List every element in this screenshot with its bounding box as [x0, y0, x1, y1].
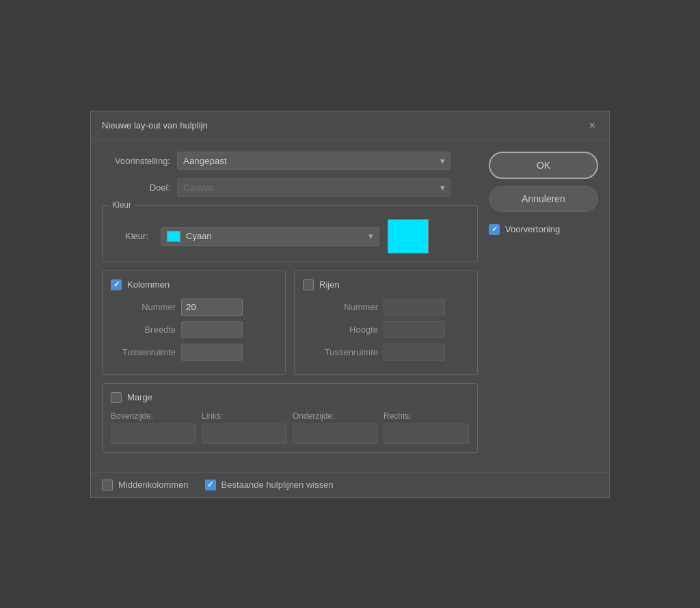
marge-links-field: Links: — [202, 411, 287, 444]
dialog: Nieuwe lay-out van hulplijn × Voorinstel… — [90, 111, 610, 498]
kleur-section: Kleur Kleur: Cyaan — [102, 205, 478, 262]
marge-bovenzijde-label: Bovenzijde: — [111, 411, 196, 421]
bestaande-checkbox[interactable] — [205, 480, 216, 490]
kolommen-breedte-input[interactable] — [181, 321, 243, 338]
marge-links-input[interactable] — [202, 424, 287, 444]
doel-label: Doel: — [102, 182, 170, 193]
rijen-nummer-input[interactable] — [383, 299, 445, 316]
middenkolommen-checkbox[interactable] — [102, 480, 113, 490]
kolommen-section: Kolommen Nummer Breedte Tussenruimte — [102, 271, 286, 375]
voorinstelling-label: Voorinstelling: — [102, 156, 170, 166]
kleur-label: Kleur: — [111, 231, 148, 241]
marge-links-label: Links: — [202, 411, 287, 421]
marge-rechts-label: Rechts: — [383, 411, 469, 421]
rijen-section: Rijen Nummer Hoogte Tussenruimte — [294, 271, 478, 375]
kolommen-tussenruimte-row: Tussenruimte — [111, 344, 277, 361]
dialog-title: Nieuwe lay-out van hulplijn — [102, 120, 208, 130]
right-panel: OK Annuleren Voorvertoning — [489, 152, 598, 461]
kolommen-breedte-row: Breedte — [111, 321, 277, 338]
dialog-body: Voorinstelling: Aangepast Doel: Canvas — [91, 141, 609, 472]
bottom-bar: Middenkolommen Bestaande hulplijnen wiss… — [91, 472, 609, 497]
doel-select[interactable]: Canvas — [177, 178, 450, 197]
rijen-tussenruimte-input[interactable] — [383, 344, 445, 361]
close-button[interactable]: × — [587, 120, 598, 132]
kolommen-nummer-input[interactable] — [181, 299, 243, 316]
marge-rechts-field: Rechts: — [383, 411, 469, 444]
rijen-hoogte-row: Hoogte — [303, 321, 469, 338]
doel-select-wrapper: Canvas — [177, 178, 450, 197]
kolommen-tussenruimte-label: Tussenruimte — [111, 347, 176, 357]
kleur-value: Cyaan — [186, 231, 212, 241]
marge-bovenzijde-input[interactable] — [111, 424, 196, 444]
kleur-swatch-large[interactable] — [388, 219, 429, 253]
kolommen-breedte-label: Breedte — [111, 324, 176, 335]
rijen-nummer-row: Nummer — [303, 299, 469, 316]
marge-onderzijde-field: Onderzijde: — [293, 411, 378, 444]
col-row-container: Kolommen Nummer Breedte Tussenruimte — [102, 271, 478, 375]
annuleren-button[interactable]: Annuleren — [489, 186, 598, 212]
kolommen-checkbox[interactable] — [111, 279, 122, 290]
kleur-dropdown[interactable]: Cyaan — [161, 227, 379, 246]
rijen-tussenruimte-label: Tussenruimte — [303, 347, 378, 357]
bestaande-text: Bestaande hulplijnen wissen — [221, 480, 334, 490]
marge-onderzijde-label: Onderzijde: — [293, 411, 378, 421]
voorinstelling-select[interactable]: Aangepast — [177, 152, 450, 170]
rijen-nummer-label: Nummer — [303, 302, 378, 312]
marge-checkbox[interactable] — [111, 392, 122, 403]
marge-onderzijde-input[interactable] — [293, 424, 378, 444]
voorvertoning-row: Voorvertoning — [489, 224, 598, 235]
marge-label: Marge — [127, 392, 152, 402]
kolommen-nummer-label: Nummer — [111, 302, 176, 312]
title-bar: Nieuwe lay-out van hulplijn × — [91, 111, 609, 141]
marge-rechts-input[interactable] — [383, 424, 469, 444]
kolommen-nummer-row: Nummer — [111, 299, 277, 316]
voorinstelling-row: Voorinstelling: Aangepast — [102, 152, 478, 170]
marge-bovenzijde-field: Bovenzijde: — [111, 411, 196, 444]
rijen-header: Rijen — [303, 279, 469, 290]
marge-section: Marge Bovenzijde: Links: Onderzijde: — [102, 383, 478, 453]
middenkolommen-label[interactable]: Middenkolommen — [102, 480, 189, 490]
marge-fields: Bovenzijde: Links: Onderzijde: Rechts: — [111, 411, 469, 444]
voorvertoning-checkbox[interactable] — [489, 224, 500, 235]
rijen-checkbox[interactable] — [303, 279, 314, 290]
ok-button[interactable]: OK — [489, 152, 598, 179]
kleur-row: Kleur: Cyaan — [111, 219, 469, 253]
rijen-hoogte-input[interactable] — [383, 321, 445, 338]
kleur-swatch-small — [167, 231, 180, 242]
kolommen-header: Kolommen — [111, 279, 277, 290]
kolommen-label: Kolommen — [127, 279, 170, 290]
kolommen-tussenruimte-input[interactable] — [181, 344, 243, 361]
middenkolommen-text: Middenkolommen — [118, 480, 189, 490]
voorvertoning-label: Voorvertoning — [505, 224, 560, 234]
kleur-legend: Kleur — [109, 200, 134, 210]
marge-header: Marge — [111, 392, 469, 403]
voorinstelling-select-wrapper: Aangepast — [177, 152, 450, 170]
rijen-hoogte-label: Hoogte — [303, 324, 378, 335]
rijen-tussenruimte-row: Tussenruimte — [303, 344, 469, 361]
doel-row: Doel: Canvas — [102, 178, 478, 197]
left-panel: Voorinstelling: Aangepast Doel: Canvas — [102, 152, 478, 461]
rijen-label: Rijen — [319, 279, 340, 290]
bestaande-label[interactable]: Bestaande hulplijnen wissen — [205, 480, 334, 490]
